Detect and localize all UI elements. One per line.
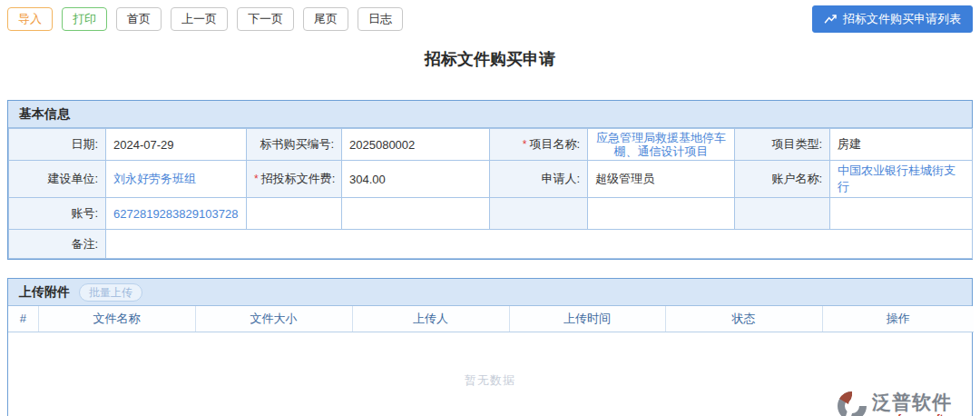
toolbar: 导入 打印 首页 上一页 下一页 尾页 日志 招标文件购买申请列表	[0, 0, 980, 33]
table-row: 日期: 2024-07-29 标书购买编号: 2025080002 *项目名称:…	[9, 129, 973, 161]
table-row: 建设单位: 刘永好劳务班组 *招投标文件费: 304.00 申请人: 超级管理员…	[9, 161, 973, 198]
brand-name: 泛普软件	[872, 392, 952, 411]
empty-data-text: 暂无数据	[465, 372, 515, 389]
col-uploader: 上传人	[352, 306, 509, 332]
attachments-table-header-row: # 文件名称 文件大小 上传人 上传时间 状态 操作	[8, 306, 974, 332]
empty-cell	[247, 198, 342, 230]
empty-cell	[342, 198, 490, 230]
brand-url: www.fanpusoft.com	[872, 413, 966, 416]
batch-upload-button[interactable]: 批量上传	[79, 283, 142, 302]
page-title: 招标文件购买申请	[0, 48, 980, 70]
purchase-request-list-label: 招标文件购买申请列表	[843, 11, 961, 27]
empty-label-cell	[735, 198, 830, 230]
attachments-header: 上传附件 批量上传	[8, 279, 972, 306]
account-name-label: 账户名称:	[735, 161, 830, 198]
first-page-button[interactable]: 首页	[116, 7, 162, 31]
required-mark: *	[523, 138, 527, 151]
doc-fee-value: 304.00	[342, 161, 490, 198]
attachments-title: 上传附件	[19, 284, 70, 301]
col-index: #	[8, 306, 38, 332]
date-label: 日期:	[9, 129, 106, 161]
project-name-link[interactable]: 应急管理局救援基地停车棚、通信设计项目	[596, 131, 726, 158]
build-unit-label: 建设单位:	[9, 161, 106, 198]
doc-no-value: 2025080002	[342, 129, 490, 161]
col-upload-time: 上传时间	[509, 306, 665, 332]
account-name-link[interactable]: 中国农业银行桂城街支行	[838, 163, 956, 193]
col-status: 状态	[665, 306, 822, 332]
import-button[interactable]: 导入	[7, 7, 53, 31]
empty-cell	[588, 198, 735, 230]
empty-label-cell	[490, 198, 588, 230]
account-name-value: 中国农业银行桂城街支行	[830, 161, 973, 198]
account-no-label: 账号:	[9, 198, 106, 230]
account-no-value: 6272819283829103728	[106, 198, 247, 230]
project-type-value: 房建	[830, 129, 973, 161]
doc-fee-label: *招投标文件费:	[247, 161, 342, 198]
project-type-label: 项目类型:	[735, 129, 830, 161]
project-name-value: 应急管理局救援基地停车棚、通信设计项目	[588, 129, 735, 161]
required-mark: *	[254, 173, 259, 185]
doc-no-label: 标书购买编号:	[247, 129, 342, 161]
purchase-request-list-button[interactable]: 招标文件购买申请列表	[812, 5, 973, 33]
basic-info-panel: 基本信息 日期: 2024-07-29 标书购买编号: 2025080002 *…	[7, 100, 973, 260]
build-unit-link[interactable]: 刘永好劳务班组	[113, 172, 196, 185]
table-row: 备注:	[9, 230, 973, 259]
col-file-name: 文件名称	[38, 306, 195, 332]
print-button[interactable]: 打印	[62, 7, 107, 31]
applicant-value: 超级管理员	[588, 161, 735, 198]
remark-label: 备注:	[9, 230, 106, 259]
attachments-panel: 上传附件 批量上传 # 文件名称 文件大小 上传人 上传时间 状态 操作 暂无数…	[7, 278, 973, 416]
basic-info-title: 基本信息	[19, 106, 70, 123]
basic-info-table: 日期: 2024-07-29 标书购买编号: 2025080002 *项目名称:…	[8, 128, 973, 259]
brand-footer: 泛普软件 www.fanpusoft.com	[836, 390, 966, 416]
trending-up-icon	[824, 15, 838, 25]
account-no-link[interactable]: 6272819283829103728	[113, 207, 238, 221]
col-file-size: 文件大小	[195, 306, 352, 332]
log-button[interactable]: 日志	[358, 7, 403, 31]
build-unit-value: 刘永好劳务班组	[106, 161, 247, 198]
next-page-button[interactable]: 下一页	[237, 7, 294, 31]
brand-text: 泛普软件 www.fanpusoft.com	[872, 392, 966, 416]
empty-cell	[830, 198, 973, 230]
table-row: 账号: 6272819283829103728	[9, 198, 973, 230]
applicant-label: 申请人:	[490, 161, 588, 198]
attachments-empty-area: 暂无数据 泛普软件 www.fanpusoft.com	[8, 332, 972, 416]
last-page-button[interactable]: 尾页	[303, 7, 348, 31]
attachments-table: # 文件名称 文件大小 上传人 上传时间 状态 操作	[8, 306, 974, 332]
project-name-label: *项目名称:	[490, 129, 588, 161]
col-actions: 操作	[822, 306, 974, 332]
remark-value	[106, 230, 973, 259]
prev-page-button[interactable]: 上一页	[171, 7, 228, 31]
basic-info-header: 基本信息	[8, 101, 972, 128]
date-value: 2024-07-29	[106, 129, 247, 161]
fanpu-logo-icon	[836, 390, 868, 416]
